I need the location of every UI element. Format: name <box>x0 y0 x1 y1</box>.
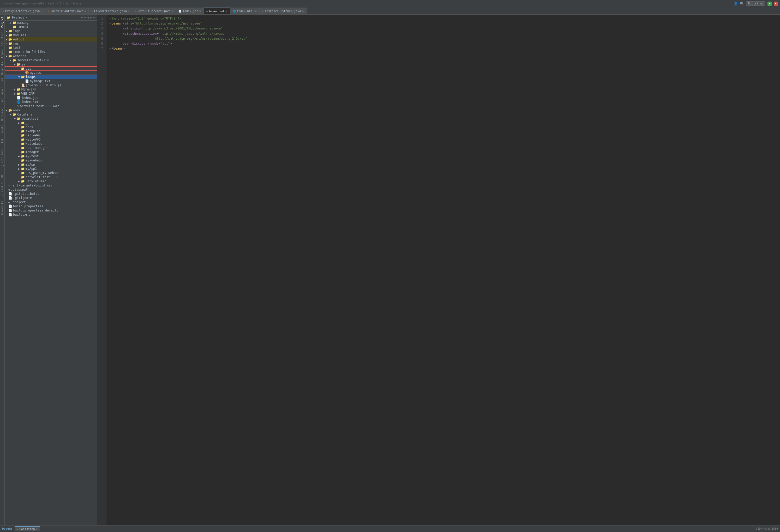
breadcrumb-js[interactable]: js <box>65 2 69 5</box>
tab-basedircontext[interactable]: ☕ BaseDirContext.java × <box>45 8 89 14</box>
tree-item-gitignore[interactable]: 📄 .gitignore <box>5 196 97 200</box>
tree-item-war[interactable]: ⚙ servelet-test-1.0.war <box>5 104 97 108</box>
tab-proxydircontext[interactable]: ☕ ProxyDirContext.java × <box>0 8 45 14</box>
tree-item-underscore[interactable]: ▶ 📁 _ <box>5 121 97 125</box>
breadcrumb-tomcat[interactable]: tomcat <box>2 2 12 5</box>
breadcrumb-webapps[interactable]: webapps <box>16 2 28 5</box>
tab-close-defaultservlet[interactable]: × <box>172 10 173 12</box>
settings-icon[interactable]: ⚙ <box>90 16 92 19</box>
bootstrap-debug-tab[interactable]: ▶ Bootstrap × <box>15 526 40 531</box>
tree-item-tomcat-build-libs[interactable]: 📁 tomcat-build-libs <box>5 50 97 54</box>
tree-item-image[interactable]: ▼ 📂 image <box>5 75 97 79</box>
sidebar-item-pullrequests[interactable]: Pull Requests <box>0 60 4 85</box>
tree-item-naming[interactable]: ▶ 📁 naming <box>5 20 97 25</box>
tree-item-build-props[interactable]: 📄 build.properties <box>5 204 97 208</box>
tab-instancelistener[interactable]: ☕ InstanceListener.java × <box>259 8 306 14</box>
tree-item-helloluban[interactable]: 📁 HelloLuban <box>5 142 97 146</box>
tree-item-js[interactable]: ▼ 📂 js <box>5 62 97 66</box>
tab-close-proxydircontext[interactable]: × <box>41 10 42 12</box>
tree-item-ant-targets[interactable]: ⚙ .ant-targets-build.xml <box>5 183 97 188</box>
sidebar-item-codota[interactable]: Codota <box>0 123 4 137</box>
settings-icon[interactable]: 🔍 <box>740 2 744 5</box>
tree-item-gitattributes[interactable]: 📄 .gitattributes <box>5 192 97 196</box>
tab-close-instancelistener[interactable]: × <box>302 10 304 12</box>
tree-item-jquery[interactable]: 📜 jquery-3.6.0.min.js <box>5 83 97 87</box>
tab-close-filedircontext[interactable]: × <box>128 10 130 12</box>
bootstrap-dropdown[interactable]: Bootstrap <box>746 1 765 6</box>
breadcrumb-servelet[interactable]: servelet-test-1.0 <box>32 2 61 5</box>
tree-item-my-webapp[interactable]: 📁 my-webapp <box>5 158 97 162</box>
folder-icon: 📁 <box>21 171 25 175</box>
tab-close-beansxml[interactable]: × <box>226 10 227 13</box>
sidebar-item-structure[interactable]: Structure <box>0 30 4 48</box>
tree-item-build-props-default[interactable]: 📄 build.properties.default <box>5 208 97 213</box>
tree-item-project-file[interactable]: ● .project <box>5 200 97 204</box>
tree-item-new-path[interactable]: 📁 new_path_my-webapp <box>5 171 97 175</box>
tree-item-build-xml[interactable]: 📄 build.xml <box>5 213 97 217</box>
tree-item-output[interactable]: ▼ 📂 output <box>5 37 97 42</box>
close-debug-tab[interactable]: × <box>36 528 38 530</box>
tree-item-web-inf[interactable]: ▶ 📁 WEB-INF <box>5 92 97 96</box>
tab-close-indexjsp[interactable]: × <box>199 10 201 12</box>
tree-item-test[interactable]: 📁 test <box>5 46 97 50</box>
sidebar-item-project[interactable]: Project <box>0 15 4 30</box>
tree-item-myapp[interactable]: ▶ 📁 myApp <box>5 162 97 167</box>
tree-item-css[interactable]: 📁 css <box>5 66 97 71</box>
sidebar-item-bigdatatools[interactable]: Big Data Tools <box>0 145 4 171</box>
tab-indexjsp[interactable]: 📄 index.jsp × <box>176 8 204 14</box>
tree-item-servelet-work[interactable]: 📁 servelet-test-1.0 <box>5 175 97 179</box>
sidebar-item-learn[interactable]: Learn <box>0 48 4 60</box>
code-editor[interactable]: <?xml version="1.0" encoding="UTF-8"?> <… <box>106 15 780 525</box>
tab-filedircontext[interactable]: ☕ FileDirContext.java × <box>89 8 132 14</box>
sidebar-item-jclasslib[interactable]: jclasslib <box>0 180 4 199</box>
locate-icon[interactable]: ⊕ <box>82 16 83 19</box>
tree-item-res[interactable]: ▶ 📁 res <box>5 42 97 46</box>
props-icon: 📄 <box>8 192 12 196</box>
folder-open-icon: 📂 <box>8 38 12 41</box>
user-icon[interactable]: 👤 <box>734 2 738 5</box>
breadcrumb-image[interactable]: image <box>72 2 81 5</box>
tree-item-logs[interactable]: ▶ 📁 logs <box>5 29 97 33</box>
tree-item-index-html[interactable]: 🌐 index.html <box>5 100 97 104</box>
sidebar-item-database[interactable]: Database <box>0 106 4 123</box>
tree-item-servletdemo[interactable]: ▶ 📁 ServletDemo <box>5 179 97 183</box>
tree-item-hello3[interactable]: 📁 Hello##3 <box>5 138 97 142</box>
tree-item-localhost[interactable]: ▼ 📂 localhost <box>5 117 97 121</box>
tree-item-modules[interactable]: ▶ 📁 modules <box>5 33 97 37</box>
run-button[interactable]: ▶ <box>768 2 772 6</box>
tree-item-examples[interactable]: 📁 examples <box>5 129 97 133</box>
tree-item-my-css[interactable]: 🎨 my.css <box>5 71 97 75</box>
sidebar-item-jol[interactable]: JOL <box>0 172 4 180</box>
tree-item-docs[interactable]: 📁 docs <box>5 125 97 129</box>
tab-beansxml[interactable]: ◈ beans.xml × <box>204 8 230 14</box>
java-icon: ☕ <box>3 10 4 12</box>
debug-button[interactable]: ◼ <box>774 2 778 6</box>
tree-item-my-test[interactable]: ▶ 📁 my-test <box>5 154 97 158</box>
tab-close-indexhtml[interactable]: × <box>255 10 257 12</box>
tree-item-hello2[interactable]: 📁 Hello##2 <box>5 133 97 138</box>
close-panel-icon[interactable]: – <box>93 16 95 19</box>
folder-icon: 📁 <box>21 159 25 162</box>
tree-item-classpath[interactable]: ● .classpath <box>5 188 97 192</box>
sidebar-item-bookmarks[interactable]: Bookmarks <box>0 199 4 217</box>
tree-item-servelet-test[interactable]: ▼ 📂 servelet-test-1.0 <box>5 58 97 62</box>
tree-item-meta-inf[interactable]: ▶ 📁 META-INF <box>5 87 97 92</box>
java-icon: ☕ <box>135 10 137 12</box>
tree-item-catalina[interactable]: ▼ 📂 Catalina <box>5 112 97 117</box>
tree-item-manager[interactable]: 📁 manager <box>5 150 97 154</box>
sort-icon[interactable]: ⇅ <box>87 16 89 19</box>
tree-item-myimage-txt[interactable]: 📄 myimage.txt <box>5 79 97 83</box>
tree-item-index-jsp[interactable]: 📃 index.jsp <box>5 96 97 100</box>
collapse-icon[interactable]: ≡ <box>84 16 86 19</box>
sidebar-item-ant[interactable]: Ant <box>0 137 4 145</box>
tab-close-basedircontext[interactable]: × <box>84 10 86 12</box>
tree-item-host-manager[interactable]: 📁 host-manager <box>5 146 97 150</box>
sidebar-item-jsonparser[interactable]: Json Parser <box>0 85 4 106</box>
tree-item-myapp1[interactable]: ▶ 📁 myApp1 <box>5 167 97 171</box>
tree-item-work[interactable]: ▼ 📂 work <box>5 108 97 112</box>
tab-indexhtml[interactable]: 🌐 index.html × <box>230 8 259 14</box>
java-icon: ☕ <box>262 10 264 12</box>
tab-defaultservlet[interactable]: ☕ DefaultServlet.java × <box>132 8 176 14</box>
tree-item-tomcat[interactable]: 📁 tomcat <box>5 25 97 29</box>
tree-item-webapps[interactable]: ▼ 📂 webapps <box>5 54 97 58</box>
